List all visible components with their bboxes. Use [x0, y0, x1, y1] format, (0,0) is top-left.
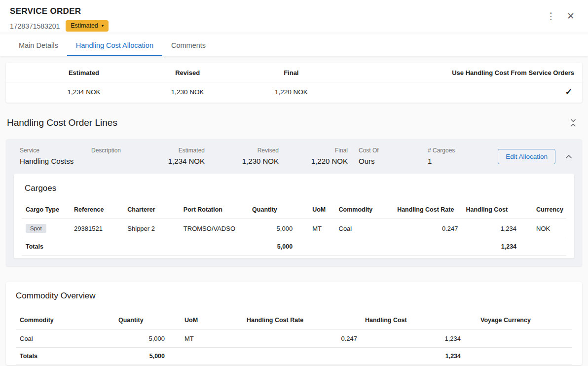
col-voyage-currency: Voyage Currency	[465, 312, 572, 329]
cargoes-card: Cargoes Cargo Type Reference Charterer P…	[14, 174, 574, 258]
check-icon[interactable]: ✓	[565, 87, 574, 97]
cargo-commodity: Coal	[335, 219, 394, 238]
col-handling-cost: Handling Cost	[462, 201, 520, 219]
collapse-all-button[interactable]	[568, 118, 578, 128]
order-number: 1728371583201	[10, 22, 60, 30]
section-title-handling-cost-order-lines: Handling Cost Order Lines	[7, 117, 117, 128]
edit-allocation-button[interactable]: Edit Allocation	[498, 149, 555, 164]
handling-cost-summary-card: Estimated Revised Final Use Handling Cos…	[6, 63, 582, 103]
totals-quantity: 5,000	[248, 238, 296, 256]
close-button[interactable]: ✕	[563, 8, 578, 23]
tab-handling-cost-allocation[interactable]: Handling Cost Allocation	[67, 35, 162, 56]
col-handling-cost: Handling Cost	[361, 312, 465, 329]
page-title: SERVICE ORDER	[10, 6, 109, 16]
commodity-row: Coal 5,000 MT 0.247 1,234	[16, 329, 572, 347]
description-label: Description	[91, 147, 150, 154]
cargo-row[interactable]: Spot 29381521 Shipper 2 TROMSO/VADSO 5,0…	[22, 219, 566, 238]
tab-comments[interactable]: Comments	[162, 35, 215, 56]
unfold-less-icon	[569, 119, 577, 127]
totals-quantity: 5,000	[114, 347, 169, 365]
commodity-handling-cost: 1,234	[361, 329, 465, 347]
commodity-overview-table: Commodity Quantity UoM Handling Cost Rat…	[16, 312, 572, 365]
estimated-value: 1,234 NOK	[150, 157, 205, 166]
col-handling-cost-rate: Handling Cost Rate	[393, 201, 462, 219]
tab-bar: Main Details Handling Cost Allocation Co…	[0, 35, 588, 56]
cargo-handling-cost-rate: 0.247	[393, 219, 462, 238]
summary-header-use-handling-cost: Use Handling Cost From Service Orders	[361, 69, 574, 76]
status-badge-label: Estimated	[71, 22, 98, 30]
cargo-port-rotation: TROMSO/VADSO	[180, 219, 248, 238]
service-value: Handling Costss	[20, 157, 91, 166]
tab-main-details[interactable]: Main Details	[10, 35, 67, 56]
collapse-line-button[interactable]	[563, 152, 574, 161]
col-uom: UoM	[296, 201, 334, 219]
chevron-up-icon	[565, 154, 572, 159]
col-handling-cost-rate: Handling Cost Rate	[243, 312, 361, 329]
commodity-uom: MT	[169, 329, 243, 347]
description-value	[91, 157, 150, 166]
more-options-button[interactable]: ⋮	[544, 8, 558, 23]
cost-of-value: Ours	[359, 157, 428, 166]
cargoes-totals-row: Totals 5,000 1,234	[22, 238, 566, 256]
col-uom: UoM	[169, 312, 243, 329]
revised-value: 1,230 NOK	[220, 157, 279, 166]
totals-handling-cost: 1,234	[462, 238, 520, 256]
summary-header-revised: Revised	[154, 69, 221, 76]
col-currency: Currency	[520, 201, 566, 219]
col-reference: Reference	[70, 201, 123, 219]
totals-label: Totals	[22, 238, 70, 256]
col-port-rotation: Port Rotation	[180, 201, 248, 219]
dialog-header: SERVICE ORDER 1728371583201 Estimated ▾ …	[0, 0, 588, 32]
final-label: Final	[294, 147, 348, 154]
commodity-overview-card: Commodity Overview Commodity Quantity Uo…	[6, 282, 582, 365]
summary-estimated-value: 1,234 NOK	[14, 88, 154, 96]
col-quantity: Quantity	[248, 201, 296, 219]
handling-cost-order-line: Service Handling Costss Description Esti…	[6, 139, 582, 266]
cargo-quantity: 5,000	[248, 219, 296, 238]
commodity-totals-row: Totals 5,000 1,234	[16, 347, 572, 365]
commodity-handling-cost-rate: 0.247	[243, 329, 361, 347]
status-dropdown[interactable]: Estimated ▾	[66, 20, 109, 32]
main-content: Estimated Revised Final Use Handling Cos…	[0, 56, 588, 365]
cargo-currency: NOK	[520, 219, 566, 238]
summary-final-value: 1,220 NOK	[221, 88, 361, 96]
revised-label: Revised	[220, 147, 279, 154]
summary-header-estimated: Estimated	[14, 69, 154, 76]
commodity-voyage-currency	[465, 329, 572, 347]
cargo-type-badge: Spot	[26, 224, 46, 233]
col-cargo-type: Cargo Type	[22, 201, 70, 219]
cost-of-label: Cost Of	[359, 147, 428, 154]
commodity-name: Coal	[16, 329, 114, 347]
summary-revised-value: 1,230 NOK	[154, 88, 221, 96]
cargo-handling-cost: 1,234	[462, 219, 520, 238]
estimated-label: Estimated	[150, 147, 205, 154]
summary-header-final: Final	[221, 69, 361, 76]
caret-down-icon: ▾	[102, 23, 104, 29]
close-icon: ✕	[567, 11, 575, 21]
cargo-reference: 29381521	[70, 219, 123, 238]
col-quantity: Quantity	[114, 312, 169, 329]
cargoes-table: Cargo Type Reference Charterer Port Rota…	[22, 201, 566, 256]
service-label: Service	[20, 147, 91, 154]
totals-handling-cost: 1,234	[361, 347, 465, 365]
col-charterer: Charterer	[123, 201, 179, 219]
cargo-count-label: # Cargoes	[428, 147, 487, 154]
totals-label: Totals	[16, 347, 114, 365]
cargo-uom: MT	[296, 219, 334, 238]
cargo-charterer: Shipper 2	[123, 219, 179, 238]
final-value: 1,220 NOK	[294, 157, 348, 166]
commodity-overview-title: Commodity Overview	[16, 291, 572, 301]
cargoes-title: Cargoes	[25, 183, 566, 193]
kebab-menu-icon: ⋮	[547, 11, 556, 21]
col-commodity: Commodity	[335, 201, 394, 219]
col-commodity: Commodity	[16, 312, 114, 329]
commodity-quantity: 5,000	[114, 329, 169, 347]
cargo-count-value: 1	[428, 157, 487, 166]
